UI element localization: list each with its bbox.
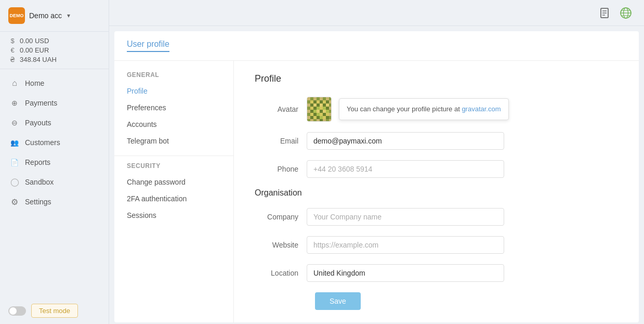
sidebar-item-payouts[interactable]: ⊖ Payouts (0, 113, 109, 133)
svg-rect-49 (329, 110, 332, 113)
profile-nav-telegram[interactable]: Telegram bot (114, 133, 233, 149)
svg-rect-66 (307, 119, 310, 122)
svg-rect-70 (320, 119, 323, 122)
svg-rect-42 (307, 110, 310, 113)
location-label: Location (255, 269, 307, 277)
location-field[interactable] (307, 264, 504, 282)
sidebar-label-reports: Reports (25, 158, 50, 166)
svg-rect-22 (320, 100, 323, 103)
svg-rect-28 (313, 103, 317, 107)
sidebar-item-settings[interactable]: ⚙ Settings (0, 192, 109, 212)
svg-rect-44 (313, 110, 317, 113)
organisation-heading: Organisation (255, 188, 618, 198)
sidebar-label-settings: Settings (25, 198, 51, 206)
sidebar-label-home: Home (25, 79, 44, 87)
svg-rect-30 (320, 103, 323, 107)
svg-rect-11 (310, 97, 313, 100)
svg-rect-25 (329, 100, 332, 103)
svg-rect-36 (313, 107, 317, 110)
email-field[interactable] (307, 132, 504, 150)
content-area: User profile GENERAL Profile Preferences… (109, 26, 644, 324)
svg-rect-57 (329, 113, 332, 116)
sidebar-header[interactable]: DEMO Demo acc ▾ (0, 0, 109, 32)
user-profile-title: User profile (127, 40, 169, 52)
svg-rect-23 (323, 100, 326, 103)
general-section-label: GENERAL (114, 71, 233, 83)
settings-icon: ⚙ (9, 197, 20, 207)
svg-rect-40 (326, 107, 329, 110)
eur-value: 0.00 EUR (20, 46, 49, 54)
reports-icon: 📄 (9, 157, 20, 167)
user-profile-header: User profile (114, 31, 639, 61)
sidebar-item-sandbox[interactable]: ◯ Sandbox (0, 172, 109, 192)
profile-sidebar: GENERAL Profile Preferences Accounts Tel… (114, 61, 234, 322)
profile-nav-sessions[interactable]: Sessions (114, 207, 233, 224)
svg-rect-52 (313, 113, 317, 116)
svg-rect-60 (313, 116, 317, 119)
svg-rect-43 (310, 110, 313, 113)
svg-rect-32 (326, 103, 329, 107)
svg-rect-39 (323, 107, 326, 110)
sidebar-item-customers[interactable]: 👥 Customers (0, 133, 109, 152)
sidebar-item-payments[interactable]: ⊕ Payments (0, 93, 109, 113)
svg-rect-12 (313, 97, 317, 100)
svg-rect-69 (317, 119, 320, 122)
balance-eur: € 0.00 EUR (8, 46, 100, 54)
sidebar-item-home[interactable]: ⌂ Home (0, 73, 109, 93)
sidebar-label-sandbox: Sandbox (25, 178, 54, 186)
company-field[interactable] (307, 208, 504, 226)
svg-rect-20 (313, 100, 317, 103)
website-field[interactable] (307, 236, 504, 254)
email-row: Email (255, 132, 618, 150)
avatar (307, 97, 332, 122)
svg-rect-29 (317, 103, 320, 107)
svg-rect-46 (320, 110, 323, 113)
demo-name: Demo acc (29, 11, 62, 20)
save-button[interactable]: Save (315, 292, 361, 310)
globe-icon[interactable] (618, 5, 634, 21)
sidebar-label-payments: Payments (25, 99, 57, 107)
svg-rect-33 (329, 103, 332, 107)
sidebar: DEMO Demo acc ▾ $ 0.00 USD € 0.00 EUR ₴ … (0, 0, 109, 324)
svg-rect-19 (310, 100, 313, 103)
svg-rect-24 (326, 100, 329, 103)
company-label: Company (255, 213, 307, 221)
svg-rect-55 (323, 113, 326, 116)
profile-nav-preferences[interactable]: Preferences (114, 99, 233, 116)
test-mode-toggle[interactable] (8, 306, 26, 316)
svg-rect-14 (320, 97, 323, 100)
balance-section: $ 0.00 USD € 0.00 EUR ₴ 348.84 UAH (0, 32, 109, 69)
content-inner: User profile GENERAL Profile Preferences… (114, 31, 639, 322)
svg-rect-51 (310, 113, 313, 116)
security-section-label: SECURITY (114, 162, 233, 174)
usd-value: 0.00 USD (20, 37, 49, 45)
home-icon: ⌂ (9, 78, 20, 88)
svg-rect-71 (323, 119, 326, 122)
profile-nav-change-password[interactable]: Change password (114, 174, 233, 190)
svg-rect-41 (329, 107, 332, 110)
svg-rect-63 (323, 116, 326, 119)
phone-field[interactable] (307, 160, 504, 178)
avatar-tooltip: You can change your profile picture at g… (339, 98, 509, 120)
profile-nav-accounts[interactable]: Accounts (114, 116, 233, 133)
sidebar-item-reports[interactable]: 📄 Reports (0, 152, 109, 172)
svg-rect-13 (317, 97, 320, 100)
avatar-label: Avatar (255, 105, 307, 113)
test-mode-button[interactable]: Test mode (31, 304, 78, 318)
svg-rect-54 (320, 113, 323, 116)
svg-rect-65 (329, 116, 332, 119)
customers-icon: 👥 (9, 137, 20, 148)
eur-icon: € (8, 46, 17, 54)
phone-label: Phone (255, 165, 307, 173)
svg-rect-62 (320, 116, 323, 119)
svg-rect-64 (326, 116, 329, 119)
balance-usd: $ 0.00 USD (8, 37, 100, 45)
website-label: Website (255, 241, 307, 249)
profile-layout: GENERAL Profile Preferences Accounts Tel… (114, 61, 639, 322)
profile-nav-2fa[interactable]: 2FA authentication (114, 190, 233, 207)
document-icon[interactable] (597, 5, 613, 21)
svg-rect-34 (307, 107, 310, 110)
gravatar-link[interactable]: gravatar.com (462, 105, 501, 113)
svg-rect-31 (323, 103, 326, 107)
profile-nav-profile[interactable]: Profile (114, 83, 233, 99)
